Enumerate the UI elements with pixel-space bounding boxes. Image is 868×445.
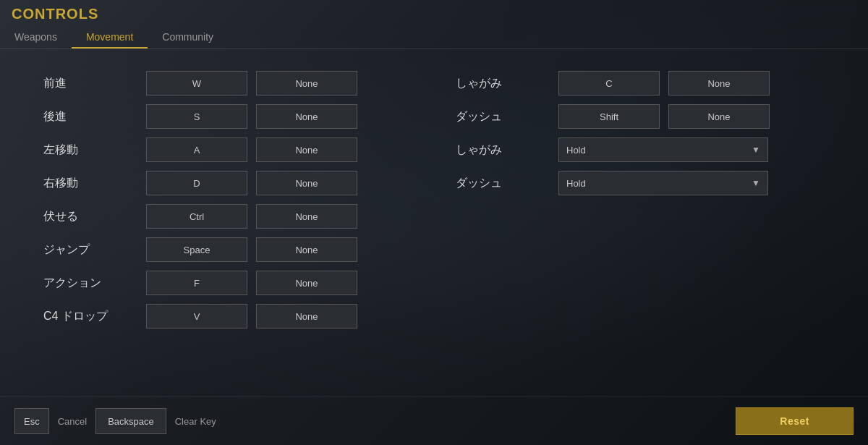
action-secondary-key[interactable]: None	[256, 271, 357, 295]
action-primary-key[interactable]: F	[146, 271, 247, 295]
keybind-jump: ジャンプ Space None	[43, 237, 412, 262]
backward-label: 後進	[43, 109, 137, 124]
footer-left: Esc Cancel Backspace Clear Key	[14, 408, 216, 434]
dash-primary-key[interactable]: Shift	[558, 104, 660, 129]
clear-key-label: Clear Key	[175, 416, 216, 427]
page: Controls Weapons Movement Community 前進 W…	[0, 0, 868, 445]
backspace-button[interactable]: Backspace	[95, 408, 166, 434]
keybind-crouch-mode: しゃがみ Hold ▼	[456, 137, 825, 162]
prone-secondary-key[interactable]: None	[256, 204, 357, 229]
jump-label: ジャンプ	[43, 242, 137, 258]
keybind-left: 左移動 A None	[43, 137, 412, 162]
page-title: Controls	[12, 6, 856, 24]
right-primary-key[interactable]: D	[146, 171, 247, 195]
forward-label: 前進	[43, 76, 137, 91]
keybind-forward: 前進 W None	[43, 71, 412, 96]
chevron-down-icon: ▼	[752, 145, 760, 155]
footer: Esc Cancel Backspace Clear Key Reset	[0, 397, 868, 445]
tab-community[interactable]: Community	[148, 27, 228, 48]
backward-secondary-key[interactable]: None	[256, 104, 357, 129]
chevron-down-icon: ▼	[752, 178, 760, 188]
right-secondary-key[interactable]: None	[256, 171, 357, 195]
tabs-container: Weapons Movement Community	[12, 27, 856, 48]
content: 前進 W None 後進 S None 左移動 A None 右移動 D Non…	[0, 49, 868, 352]
forward-secondary-key[interactable]: None	[256, 71, 357, 96]
backward-primary-key[interactable]: S	[146, 104, 247, 129]
dash-secondary-key[interactable]: None	[668, 104, 770, 129]
forward-primary-key[interactable]: W	[146, 71, 247, 96]
keybind-right: 右移動 D None	[43, 171, 412, 195]
keybind-c4drop: C4 ドロップ V None	[43, 304, 412, 329]
prone-label: 伏せる	[43, 209, 137, 224]
right-panel: しゃがみ C None ダッシュ Shift None しゃがみ Hold ▼ …	[456, 71, 825, 337]
keybind-crouch: しゃがみ C None	[456, 71, 825, 96]
jump-secondary-key[interactable]: None	[256, 237, 357, 262]
left-panel: 前進 W None 後進 S None 左移動 A None 右移動 D Non…	[43, 71, 412, 337]
c4drop-secondary-key[interactable]: None	[256, 304, 357, 329]
dash-label: ダッシュ	[456, 109, 550, 124]
tab-movement[interactable]: Movement	[72, 27, 148, 48]
action-label: アクション	[43, 276, 137, 291]
crouch-mode-label: しゃがみ	[456, 143, 550, 158]
tab-weapons[interactable]: Weapons	[12, 27, 72, 48]
keybind-prone: 伏せる Ctrl None	[43, 204, 412, 229]
dash-mode-value: Hold	[566, 178, 586, 189]
c4drop-primary-key[interactable]: V	[146, 304, 247, 329]
jump-primary-key[interactable]: Space	[146, 237, 247, 262]
crouch-primary-key[interactable]: C	[558, 71, 660, 96]
crouch-secondary-key[interactable]: None	[668, 71, 770, 96]
left-primary-key[interactable]: A	[146, 137, 247, 162]
keybind-dash-mode: ダッシュ Hold ▼	[456, 171, 825, 195]
crouch-mode-dropdown[interactable]: Hold ▼	[558, 137, 768, 162]
crouch-label: しゃがみ	[456, 76, 550, 91]
keybind-backward: 後進 S None	[43, 104, 412, 129]
header: Controls Weapons Movement Community	[0, 0, 868, 49]
dash-mode-label: ダッシュ	[456, 176, 550, 191]
reset-button[interactable]: Reset	[736, 407, 854, 435]
esc-button[interactable]: Esc	[14, 408, 49, 434]
prone-primary-key[interactable]: Ctrl	[146, 204, 247, 229]
dash-mode-dropdown[interactable]: Hold ▼	[558, 171, 768, 195]
keybind-action: アクション F None	[43, 271, 412, 295]
left-label: 左移動	[43, 143, 137, 158]
right-label: 右移動	[43, 176, 137, 191]
cancel-label: Cancel	[58, 416, 87, 427]
crouch-mode-value: Hold	[566, 145, 586, 156]
keybind-dash: ダッシュ Shift None	[456, 104, 825, 129]
c4drop-label: C4 ドロップ	[43, 309, 137, 324]
left-secondary-key[interactable]: None	[256, 137, 357, 162]
